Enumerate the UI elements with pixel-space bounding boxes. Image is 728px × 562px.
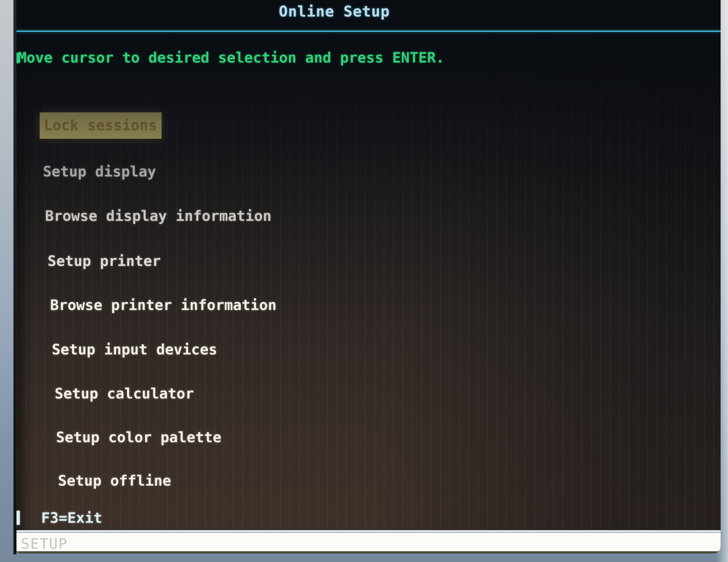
menu-item-setup-display[interactable]: Setup display [43, 163, 156, 180]
operator-info-area: SETUP [16, 530, 721, 554]
terminal-screen: Online Setup Move cursor to desired sele… [16, 0, 721, 554]
screen-rim [13, 0, 16, 554]
menu-item-setup-input-devices[interactable]: Setup input devices [52, 341, 217, 358]
menu-item-browse-display-information[interactable]: Browse display information [45, 207, 271, 225]
page-title: Online Setup [279, 3, 390, 20]
menu-item-browse-printer-information[interactable]: Browse printer information [50, 296, 276, 314]
monitor-bezel: Online Setup Move cursor to desired sele… [0, 0, 728, 562]
instruction-text: Move cursor to desired selection and pre… [18, 49, 444, 66]
menu-item-setup-calculator[interactable]: Setup calculator [55, 385, 194, 402]
menu-item-setup-printer[interactable]: Setup printer [48, 252, 161, 270]
function-key-hint: F3=Exit [41, 509, 102, 526]
screen-edge-artifact [16, 511, 20, 525]
status-text: SETUP [21, 535, 68, 552]
menu-item-lock-sessions[interactable]: Lock sessions [40, 112, 162, 139]
title-divider-line [16, 31, 721, 32]
menu-item-setup-offline[interactable]: Setup offline [58, 472, 171, 489]
menu-item-setup-color-palette[interactable]: Setup color palette [56, 429, 221, 446]
